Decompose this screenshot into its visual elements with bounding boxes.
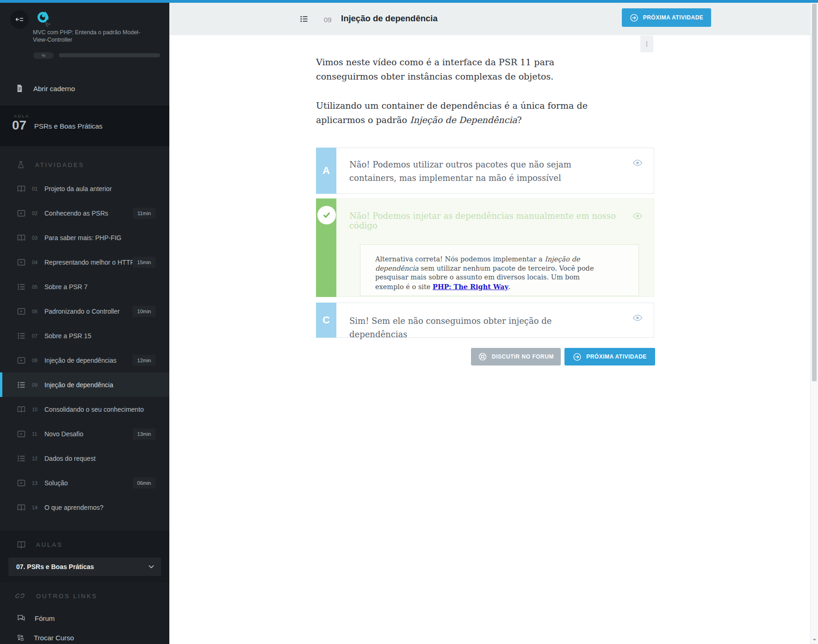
collapse-icon [15,15,24,24]
answer-option-a[interactable]: A Não! Podemos utilizar outros pacotes q… [316,148,654,194]
sidebar-item-o-que-aprendemos[interactable]: 14 O que aprendemos? [0,495,169,520]
scroll-down-arrow-icon[interactable] [812,637,818,643]
answer-option-c[interactable]: C Sim! Sem ele não conseguimos obter inj… [316,303,654,338]
sidebar-item-sobre-a-psr-7[interactable]: 05 Sobre a PSR 7 [0,274,169,299]
video-icon [17,307,26,316]
activity-number: 06 [32,309,41,314]
option-letter-badge: A [316,148,336,194]
book-icon [17,184,26,193]
option-body: Não! Podemos injetar as dependências man… [336,198,654,297]
sidebar-item-padronizando-o-controller[interactable]: 06 Padronizando o Controller 10min [0,299,169,323]
flask-icon [17,160,25,170]
scrollbar-thumb[interactable] [812,4,817,381]
duration-badge: 06min [133,477,155,489]
sidebar-item-sobre-a-psr-15[interactable]: 07 Sobre a PSR 15 [0,323,169,348]
chat-bubbles-icon [17,614,25,623]
eye-icon[interactable] [632,313,643,323]
activity-number: 08 [32,358,41,363]
sidebar-item-conhecendo-as-psrs[interactable]: 02 Conhecendo as PSRs 11min [0,201,169,225]
sidebar-link-trocar-curso[interactable]: Trocar Curso [0,631,169,644]
activity-label: Padronizando o Controller [44,308,120,315]
activity-number: 03 [32,235,41,241]
switch-course-label: Trocar Curso [34,634,74,642]
sidebar-item-projeto-aula-anterior[interactable]: 01 Projeto da aula anterior [0,176,169,201]
answer-option-b-correct[interactable]: Não! Podemos injetar as dependências man… [316,198,654,297]
activity-label: Dados do request [44,455,96,462]
activity-label: Solução [44,479,68,487]
sidebar-item-consolidando-conhecimento[interactable]: 10 Consolidando o seu conhecimento [0,397,169,421]
answer-options: A Não! Podemos utilizar outros pacotes q… [316,148,654,338]
video-icon [17,478,26,488]
quiz-list-icon [17,380,26,390]
sidebar-item-injecao-de-dependencias-video[interactable]: 08 Injeção de dependências 12min [0,348,169,372]
answer-explanation-box: Alternativa correta! Nós podemos impleme… [360,244,639,296]
activity-number: 11 [32,431,41,437]
book-icon [17,233,26,242]
sidebar-item-para-saber-mais[interactable]: 03 Para saber mais: PHP-FIG [0,225,169,250]
vertical-scrollbar[interactable] [810,3,818,644]
grid-icon [17,634,25,642]
discuss-forum-label: DISCUTIR NO FORUM [492,353,554,360]
lessons-section: AULAS 07. PSRs e Boas Práticas [0,531,169,582]
sidebar-item-dados-do-request[interactable]: 12 Dados do request [0,446,169,471]
lesson-select-dropdown[interactable]: 07. PSRs e Boas Práticas [8,557,161,576]
question-paragraph-2: Utilizando um container de dependências … [316,99,614,127]
sidebar-item-novo-desafio[interactable]: 11 Novo Desafio 13min [0,421,169,446]
question-text: Vimos neste vídeo como é a interface da … [316,55,614,142]
sidebar-item-representando-melhor-http[interactable]: 04 Representando melhor o HTTP 15min [0,250,169,274]
option-body: Não! Podemos utilizar outros pacotes que… [336,148,654,194]
php-the-right-way-link[interactable]: PHP: The Right Way [433,283,508,291]
sidebar-link-forum[interactable]: Fórum [0,612,169,625]
kebab-icon [643,39,651,49]
lesson-select-value: 07. PSRs e Boas Práticas [16,563,94,570]
eye-icon[interactable] [632,211,643,221]
open-notebook-label: Abrir caderno [33,85,75,93]
duration-badge: 10min [133,306,155,317]
next-activity-button-top[interactable]: PRÓXIMA ATIVIDADE [622,8,711,27]
activity-label: Para saber mais: PHP-FIG [44,234,122,242]
lesson-header: AULA 07 PSRs e Boas Práticas [0,105,169,146]
option-text: Não! Podemos utilizar outros pacotes que… [336,148,643,185]
activity-number: 12 [32,456,41,461]
activity-number: 01 [32,186,41,192]
activity-header: 09 Injeção de dependência PRÓXIMA ATIVID… [169,3,810,35]
document-icon [15,83,24,93]
other-links-section: OUTROS LINKS Fórum Trocar Curso [0,582,169,644]
discuss-forum-button[interactable]: DISCUTIR NO FORUM [471,348,561,365]
open-notebook-link[interactable]: Abrir caderno [0,78,169,99]
next-activity-button-bottom[interactable]: PRÓXIMA ATIVIDADE [564,348,655,365]
arrow-circle-icon [573,353,582,361]
other-links-header: OUTROS LINKS [15,589,98,602]
correct-option-badge [316,198,336,297]
other-links-header-label: OUTROS LINKS [36,593,98,600]
footer-actions: DISCUTIR NO FORUM PRÓXIMA ATIVIDADE [471,348,655,365]
activities-header-label: ATIVIDADES [35,161,84,168]
sidebar-item-solucao[interactable]: 13 Solução 06min [0,471,169,495]
lessons-section-header: AULAS [17,538,63,551]
forum-buoy-icon [478,352,487,361]
activity-number: 04 [32,260,41,265]
page-title: Injeção de dependência [341,13,438,24]
eye-icon[interactable] [632,158,643,168]
more-options-button[interactable] [640,36,653,52]
activity-label: Injeção de dependência [44,381,113,389]
activity-label: Sobre a PSR 15 [44,332,91,340]
activities-section-header: ATIVIDADES [17,158,84,171]
activity-number: 02 [32,211,41,216]
activity-number: 13 [32,480,41,486]
activity-label: Representando melhor o HTTP [44,259,135,266]
course-title: MVC com PHP: Entenda o padrão Model-View… [33,29,144,43]
activity-number: 10 [32,407,41,412]
next-activity-label: PRÓXIMA ATIVIDADE [586,353,647,360]
option-text: Sim! Sem ele não conseguimos obter injeç… [336,303,643,341]
collapse-sidebar-button[interactable] [10,10,29,29]
book-icon [17,503,26,512]
video-icon [17,429,26,439]
sidebar-item-injecao-de-dependencia-active[interactable]: 09 Injeção de dependência [0,372,169,397]
answer-explanation-text: Alternativa correta! Nós podemos impleme… [375,255,609,291]
activity-label: Consolidando o seu conhecimento [44,406,144,413]
book-icon [17,405,26,414]
chevron-down-icon [147,563,155,571]
activity-number: 09 [324,16,332,24]
quiz-list-icon [17,454,26,463]
